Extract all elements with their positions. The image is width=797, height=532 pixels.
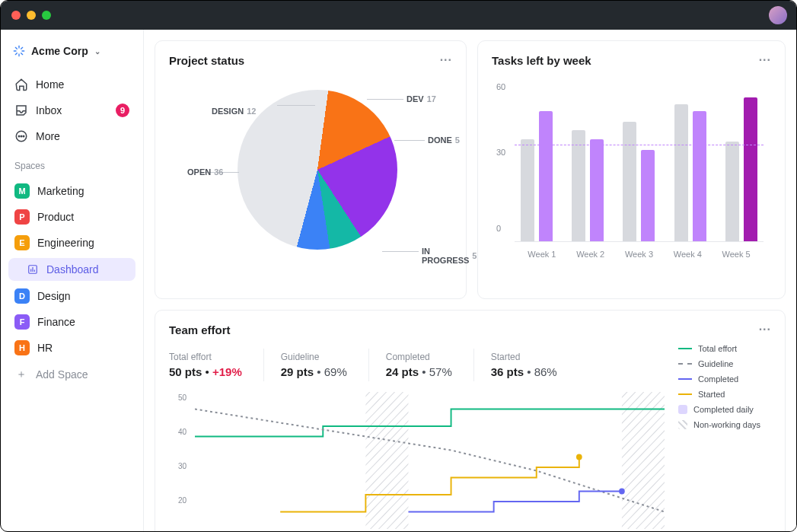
plus-icon: ＋ [14,368,28,381]
leader-line [382,251,419,252]
space-label: Product [37,211,74,223]
bar [744,97,757,241]
svg-line-7 [21,47,23,49]
maximize-window-icon[interactable] [42,11,51,20]
bar [725,142,739,241]
pie-label-design: DESIGN12 [212,107,256,116]
app-body: Acme Corp ⌄ Home Inbox 9 More Spaces M M… [1,30,796,531]
spaces-section-label: Spaces [8,150,135,177]
add-space-button[interactable]: ＋ Add Space [8,362,135,387]
metric-started: Started 36 pts • 86% [473,349,579,381]
line-chart: 50 40 30 20 [169,392,665,529]
y-tick: 40 [178,428,186,436]
dashboard-icon [27,263,39,276]
y-tick: 0 [496,224,501,233]
space-label: HR [37,342,53,354]
titlebar [1,1,796,30]
sidebar: Acme Corp ⌄ Home Inbox 9 More Spaces M M… [1,30,144,531]
more-icon [14,129,28,143]
home-icon [14,78,28,91]
svg-line-5 [21,53,23,55]
bar [641,150,655,241]
leader-line [277,105,315,106]
close-window-icon[interactable] [11,11,21,20]
space-icon: E [14,235,30,250]
metrics-row: Total effort 50 pts • +19% Guideline 29 … [169,349,665,381]
space-marketing[interactable]: M Marketing [8,179,135,203]
svg-point-20 [576,454,582,460]
svg-rect-17 [365,392,408,529]
app-window: Acme Corp ⌄ Home Inbox 9 More Spaces M M… [0,0,797,532]
space-label: Marketing [37,185,84,197]
y-tick: 30 [496,148,505,157]
bar-x-label: Week 2 [576,250,604,259]
bar-group [521,111,553,241]
inbox-icon [14,104,28,117]
legend-completed-daily: Completed daily [678,405,771,414]
space-label: Engineering [37,237,94,249]
bar [521,139,534,241]
minimize-window-icon[interactable] [27,11,36,20]
bar-x-label: Week 3 [625,250,653,259]
sidebar-item-dashboard[interactable]: Dashboard [8,258,135,281]
workspace-logo-icon [13,45,25,57]
card-team-effort: Team effort ··· Total effort 50 pts • +1… [155,310,786,531]
card-menu-button[interactable]: ··· [759,323,771,336]
leader-line [394,140,425,141]
nav-home-label: Home [36,78,64,91]
pie-label-dev: DEV17 [406,94,436,104]
legend-nonworking: Non-working days [678,420,771,429]
svg-point-10 [21,135,22,137]
bar [539,111,553,241]
bar-group [725,97,757,241]
svg-line-4 [15,47,17,49]
space-icon: H [14,340,30,355]
y-tick: 60 [496,82,505,91]
nav-more-label: More [36,130,60,142]
bar [674,104,688,241]
card-title: Team effort [169,323,231,336]
bar [572,130,585,241]
bar-group [572,130,604,241]
bar-x-label: Week 5 [722,250,751,259]
svg-rect-18 [622,392,665,529]
user-avatar[interactable] [769,6,787,24]
pie-label-inprogress: IN PROGRESS5 [422,247,477,265]
bar-chart: 60 30 0 Week 1Week 2Week 3Week 4Week 5 [492,75,771,280]
bar-x-label: Week 4 [674,250,702,259]
bar-group [674,104,706,241]
metric-guideline: Guideline 29 pts • 69% [263,349,368,381]
y-tick: 20 [178,496,186,505]
space-engineering[interactable]: E Engineering [8,231,135,255]
nav-home[interactable]: Home [8,72,135,97]
leader-line [367,99,403,100]
y-tick: 50 [178,393,186,402]
bar [693,111,706,241]
card-tasks-left: Tasks left by week ··· 60 30 0 Week 1Wee… [477,40,786,299]
space-design[interactable]: D Design [8,284,135,308]
card-menu-button[interactable]: ··· [440,53,452,67]
card-menu-button[interactable]: ··· [759,53,771,67]
metric-completed: Completed 24 pts • 57% [368,349,473,381]
space-label: Finance [37,316,75,328]
nav-inbox-label: Inbox [36,104,62,116]
legend-guideline: Guideline [678,359,771,368]
card-title: Tasks left by week [492,54,591,67]
workspace-switcher[interactable]: Acme Corp ⌄ [8,42,135,60]
nav-more[interactable]: More [8,124,135,148]
space-label: Design [37,290,71,302]
space-finance[interactable]: F Finance [8,310,135,334]
line-plot: 50 40 30 20 [169,392,665,529]
y-tick: 30 [178,462,186,470]
space-hr[interactable]: H HR [8,336,135,360]
space-product[interactable]: P Product [8,205,135,229]
bar-x-label: Week 1 [528,250,556,259]
add-space-label: Add Space [36,368,88,381]
bar [590,139,604,241]
card-project-status: Project status ··· DESIGN12 DEV17 DONE [155,40,467,299]
nav-inbox[interactable]: Inbox 9 [8,98,135,123]
legend-completed: Completed [678,374,771,384]
svg-point-9 [18,135,20,137]
bar-group [623,122,655,241]
bar [623,122,636,241]
